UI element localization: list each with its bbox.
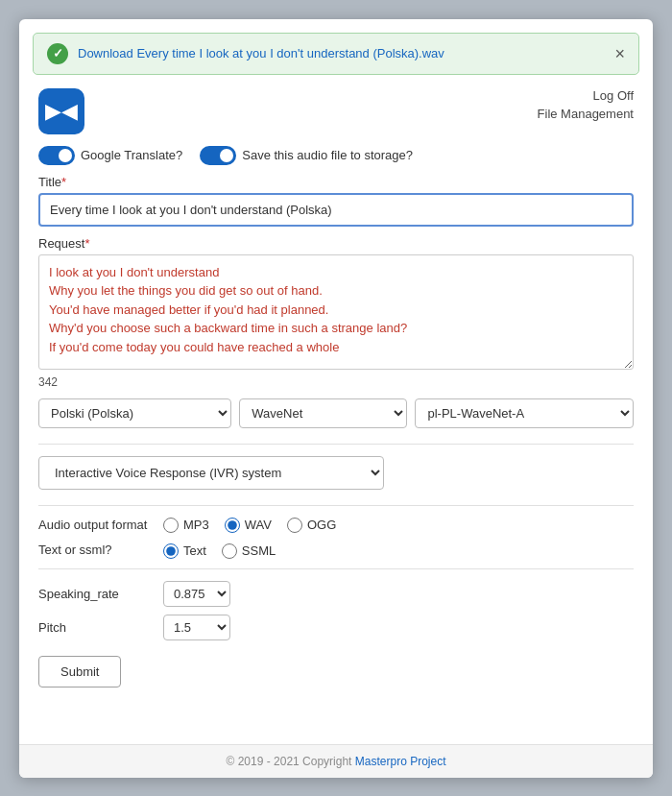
notification-text: Download Every time I look at you I don'…	[78, 46, 444, 60]
title-label: Title*	[38, 175, 634, 189]
logo-icon: ▶◀	[45, 99, 78, 124]
audio-format-label: Audio output format	[38, 518, 163, 534]
file-management-link[interactable]: File Management	[538, 107, 634, 121]
audio-format-options: MP3 WAV OGG	[163, 518, 336, 533]
ssml-label: SSML	[242, 543, 276, 558]
audio-mp3-label: MP3	[183, 518, 209, 532]
voice-select[interactable]: pl-PL-WaveNet-A pl-PL-WaveNet-B pl-PL-Wa…	[415, 398, 634, 428]
char-count: 342	[38, 375, 634, 389]
google-translate-label: Google Translate?	[81, 148, 182, 162]
speaking-rate-label: Speaking_rate	[38, 587, 163, 601]
save-audio-toggle[interactable]	[200, 146, 236, 165]
speaking-rate-select[interactable]: 0.875 1.0 1.25 1.5	[163, 581, 230, 607]
submit-section: Submit	[38, 656, 634, 687]
text-ssml-options: Text SSML	[163, 543, 276, 559]
ssml-option[interactable]: SSML	[222, 543, 276, 559]
ivr-select[interactable]: Interactive Voice Response (IVR) system …	[38, 456, 384, 490]
text-ssml-row: Text or ssml? Text SSML	[38, 543, 634, 559]
notification-banner: Download Every time I look at you I don'…	[33, 33, 639, 75]
audio-ogg-radio[interactable]	[287, 518, 302, 533]
logo: ▶◀	[38, 88, 84, 134]
title-input[interactable]	[38, 193, 634, 227]
audio-mp3-radio[interactable]	[163, 518, 179, 533]
audio-wav-option[interactable]: WAV	[225, 518, 272, 533]
google-translate-toggle-group: Google Translate?	[38, 146, 182, 165]
text-radio[interactable]	[163, 543, 179, 559]
ssml-radio[interactable]	[222, 543, 237, 559]
text-label: Text	[183, 543, 206, 558]
footer-text: © 2019 - 2021 Copyright	[227, 755, 352, 768]
main-content: Title* Request* 342 Polski (Polska) Engl…	[19, 175, 653, 744]
header-nav: Log Off File Management	[538, 88, 634, 121]
divider-2	[38, 505, 634, 506]
pitch-label: Pitch	[38, 620, 163, 635]
google-translate-toggle[interactable]	[38, 146, 75, 165]
toggles-row: Google Translate? Save this audio file t…	[19, 140, 653, 175]
audio-ogg-option[interactable]: OGG	[287, 518, 336, 533]
request-textarea[interactable]	[38, 254, 634, 370]
text-option[interactable]: Text	[163, 543, 206, 559]
footer-link[interactable]: Masterpro Project	[355, 755, 446, 768]
language-select[interactable]: Polski (Polska) English (US) English (UK…	[38, 398, 231, 428]
notification-left: Download Every time I look at you I don'…	[47, 43, 444, 64]
app-window: Download Every time I look at you I don'…	[19, 19, 653, 778]
audio-ogg-label: OGG	[307, 518, 336, 532]
success-icon	[47, 43, 68, 64]
request-label: Request*	[38, 236, 634, 251]
audio-mp3-option[interactable]: MP3	[163, 518, 209, 533]
footer: © 2019 - 2021 Copyright Masterpro Projec…	[19, 744, 653, 778]
selects-row: Polski (Polska) English (US) English (UK…	[38, 398, 634, 428]
notification-close-button[interactable]: ×	[614, 45, 625, 62]
log-off-link[interactable]: Log Off	[593, 88, 634, 103]
save-audio-toggle-group: Save this audio file to storage?	[200, 146, 413, 165]
pitch-select[interactable]: 1.5 1.0 0.5 0.0 -0.5	[163, 615, 230, 640]
header: ▶◀ Log Off File Management	[19, 75, 653, 140]
audio-wav-label: WAV	[245, 518, 272, 532]
speaking-rate-row: Speaking_rate 0.875 1.0 1.25 1.5	[38, 581, 634, 607]
audio-wav-radio[interactable]	[225, 518, 240, 533]
submit-button[interactable]: Submit	[38, 656, 121, 687]
divider-3	[38, 568, 634, 569]
divider-1	[38, 444, 634, 445]
pitch-row: Pitch 1.5 1.0 0.5 0.0 -0.5	[38, 615, 634, 640]
text-ssml-label: Text or ssml?	[38, 543, 163, 559]
save-audio-label: Save this audio file to storage?	[242, 148, 413, 162]
voice-type-select[interactable]: WaveNet Standard	[239, 398, 407, 428]
audio-format-row: Audio output format MP3 WAV OGG	[38, 518, 634, 534]
